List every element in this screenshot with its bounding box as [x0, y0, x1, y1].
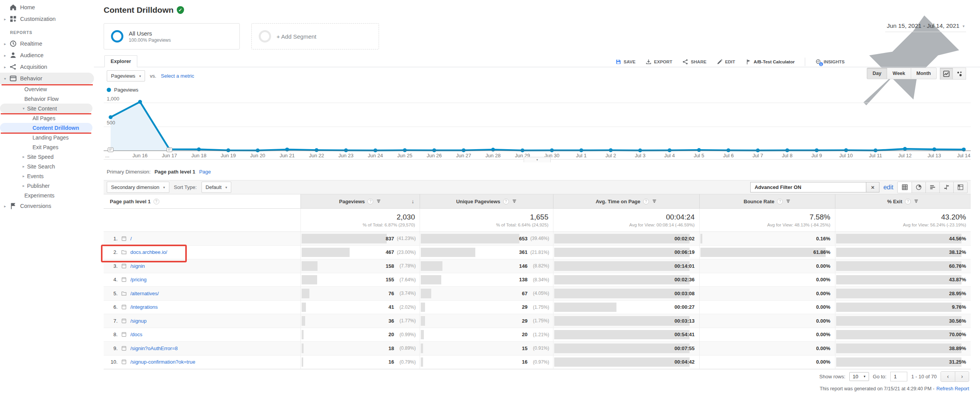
granularity-day[interactable]: Day [867, 68, 887, 79]
line-chart-icon[interactable] [940, 68, 953, 80]
metric-percent: (0.89%) [394, 345, 420, 351]
page-path-link[interactable]: /integrations [130, 304, 158, 310]
show-rows-select[interactable]: 10 ▾ [849, 372, 869, 381]
comparison-icon[interactable] [939, 182, 953, 193]
sidebar-item-content-drilldown[interactable]: Content Drilldown [0, 123, 92, 133]
goto-page-input[interactable] [890, 372, 907, 381]
metric-value: 16 [420, 359, 528, 365]
sidebar-item-exit-pages[interactable]: Exit Pages [0, 142, 94, 152]
sidebar-item-publisher[interactable]: ▸Publisher [0, 181, 94, 191]
column-header-bounce-rate[interactable]: Bounce Rate? [699, 194, 835, 208]
percentage-icon[interactable] [912, 182, 925, 193]
sidebar-item-behavior[interactable]: ▾Behavior [0, 73, 94, 84]
metric-value: 00:06:19 [674, 249, 699, 255]
sidebar-item-behavior-flow[interactable]: Behavior Flow [0, 94, 94, 104]
sidebar-item-all-pages[interactable]: All Pages [0, 113, 94, 123]
help-icon[interactable]: ? [643, 199, 649, 204]
table-icon[interactable] [898, 182, 912, 193]
table-row: 3./signin158(7.78%)146(8.82%)00:14:010.0… [104, 259, 971, 273]
sidebar-item-conversions[interactable]: ▸Conversions [0, 200, 94, 212]
sidebar-item-site-search[interactable]: ▸Site Search [0, 162, 94, 171]
ga-content-drilldown-page: Home▸CustomizationREPORTS▸Realtime▸Audie… [0, 0, 980, 393]
prev-page-button[interactable]: ‹ [941, 372, 955, 381]
column-header-pageviews[interactable]: Pageviews?↓ [300, 194, 420, 208]
help-icon[interactable]: ? [367, 199, 373, 204]
avg-time-cell: 00:14:01 [553, 259, 699, 273]
column-header--exit[interactable]: % Exit? [835, 194, 971, 208]
edit-filter-link[interactable]: edit [883, 184, 893, 191]
motion-chart-icon[interactable] [953, 68, 966, 80]
sidebar-item-site-speed[interactable]: ▸Site Speed [0, 152, 94, 162]
conversions-icon [9, 202, 17, 210]
granularity-month[interactable]: Month [911, 68, 937, 79]
sidebar-item-site-content[interactable]: ▾Site Content [0, 104, 92, 113]
page-path-link[interactable]: /signin?oAuthError=8 [130, 345, 178, 351]
page-path-link[interactable]: /signup-confirmation?ok=true [130, 359, 195, 365]
column-header-avg-time-on-page[interactable]: Avg. Time on Page? [553, 194, 699, 208]
refresh-report-link[interactable]: Refresh Report [936, 386, 969, 391]
column-header-unique-pageviews[interactable]: Unique Pageviews? [420, 194, 553, 208]
column-header-label: Unique Pageviews [456, 199, 500, 204]
date-range-picker[interactable]: Jun 15, 2021 - Jul 14, 2021 ▾ [885, 22, 966, 32]
metric-percent: (8.82%) [528, 263, 553, 269]
totals-empty-cell [104, 209, 300, 231]
page-path-link[interactable]: docs.archbee.io/ [130, 249, 167, 255]
add-segment-button[interactable]: + Add Segment [251, 23, 379, 49]
chart-collapse-button[interactable]: ▾ [524, 157, 551, 162]
column-header-page-path-level-1[interactable]: Page path level 1? [104, 194, 300, 208]
filter-bars-icon [376, 199, 381, 204]
metric-value: 00:03:13 [674, 318, 699, 324]
svg-text:Jun 27: Jun 27 [456, 153, 471, 158]
sidebar-item-events[interactable]: ▸Events [0, 171, 94, 181]
help-icon[interactable]: ? [503, 199, 509, 204]
pageviews-chart: 1,000500...Jun 16Jun 17Jun 18Jun 19Jun 2… [104, 94, 971, 160]
metric-value: 00:02:36 [674, 277, 699, 282]
tab-explorer[interactable]: Explorer [104, 55, 137, 67]
page-path-link[interactable]: /pricing [130, 277, 147, 282]
sidebar-item-home[interactable]: Home [0, 2, 94, 13]
secondary-dimension-select[interactable]: Secondary dimension ▾ [107, 182, 169, 193]
page-path-link[interactable]: / [130, 236, 132, 242]
page-path-link[interactable]: /signup [130, 318, 147, 324]
help-icon[interactable]: ? [905, 199, 911, 204]
totals-subtext: % of Total: 6.87% (29,570) [363, 223, 415, 227]
page-path-link[interactable]: /signin [130, 263, 145, 269]
filter-bars-icon [512, 199, 517, 204]
sidebar-item-audience[interactable]: ▸Audience [0, 49, 94, 61]
page-path-cell: 6./integrations [104, 301, 300, 314]
help-icon[interactable]: ? [777, 199, 783, 204]
pivot-icon[interactable] [953, 182, 967, 193]
bounce-rate-cell: 0.00% [699, 356, 835, 369]
granularity-week[interactable]: Week [887, 68, 911, 79]
sidebar-item-experiments[interactable]: Experiments [0, 191, 94, 200]
avg-time-cell: 00:02:36 [553, 273, 699, 287]
sort-type-select[interactable]: Default ▾ [201, 182, 232, 193]
page-path-link[interactable]: /alternatives/ [130, 291, 159, 296]
primary-dimension-selected[interactable]: Page path level 1 [154, 169, 195, 175]
performance-icon[interactable] [925, 182, 939, 193]
metric-value: 60.76% [949, 263, 971, 269]
metric-select[interactable]: Pageviews ▾ [107, 70, 145, 82]
next-page-button[interactable]: › [955, 372, 969, 381]
page-path-link[interactable]: /docs [130, 332, 142, 337]
sidebar-item-customization[interactable]: ▸Customization [0, 13, 94, 25]
segment-all-users[interactable]: All Users 100.00% Pageviews [104, 23, 240, 49]
avg-time-cell: 00:03:08 [553, 287, 699, 300]
sidebar-item-overview[interactable]: Overview [0, 84, 94, 94]
sidebar-item-landing-pages[interactable]: Landing Pages [0, 133, 94, 142]
caret-right-icon: ▸ [21, 164, 26, 168]
advanced-filter-input[interactable]: Advanced Filter ON [750, 182, 866, 192]
metric-value: 61.86% [813, 249, 835, 255]
close-icon[interactable]: × [866, 182, 879, 192]
primary-dimension-page-link[interactable]: Page [199, 169, 211, 175]
svg-text:1,000: 1,000 [107, 96, 120, 102]
sidebar-item-label: Realtime [20, 41, 42, 47]
metric-value: 0.00% [816, 345, 835, 351]
select-metric-link[interactable]: Select a metric [161, 73, 194, 79]
help-icon[interactable]: ? [154, 199, 159, 204]
chart-type-toggle [940, 68, 966, 80]
sidebar-item-label: Conversions [20, 203, 51, 209]
metric-value: 653 [420, 236, 528, 242]
sidebar-item-realtime[interactable]: ▸Realtime [0, 38, 94, 49]
sidebar-item-acquisition[interactable]: ▸Acquisition [0, 61, 94, 73]
